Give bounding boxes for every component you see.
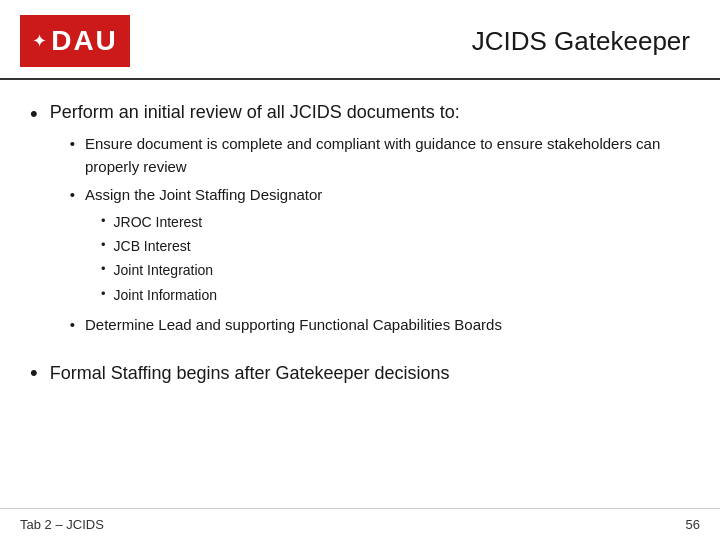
nested-bullet-2-text: JCB Interest	[114, 235, 191, 257]
logo-box: ✦ DAU	[20, 15, 130, 67]
logo-text: DAU	[51, 25, 118, 57]
footer-tab-label: Tab 2 – JCIDS	[20, 517, 104, 532]
logo-area: ✦ DAU	[20, 14, 140, 68]
sub-bullet-2-dot: •	[70, 184, 75, 207]
top-bullet-text: Perform an initial review of all JCIDS d…	[50, 100, 460, 122]
sub-bullet-1: • Ensure document is complete and compli…	[70, 133, 690, 178]
sub-bullet-2-text: Assign the Joint Staffing Designator	[85, 186, 322, 203]
footer-page-number: 56	[686, 517, 700, 532]
top-bullet-content: Perform an initial review of all JCIDS d…	[50, 100, 690, 343]
bottom-bullet-dot: •	[30, 359, 38, 388]
sub-bullet-2-content: Assign the Joint Staffing Designator • J…	[85, 184, 322, 308]
nested-bullet-2: • JCB Interest	[101, 235, 322, 257]
sub-bullet-1-dot: •	[70, 133, 75, 156]
footer: Tab 2 – JCIDS 56	[0, 508, 720, 540]
sub-bullet-2: • Assign the Joint Staffing Designator •…	[70, 184, 690, 308]
header: ✦ DAU JCIDS Gatekeeper	[0, 0, 720, 80]
nested-bullet-4-dot: •	[101, 284, 106, 305]
nested-bullet-4-text: Joint Information	[114, 284, 218, 306]
nested-bullet-1-text: JROC Interest	[114, 211, 203, 233]
sub-bullet-3-text: Determine Lead and supporting Functional…	[85, 314, 502, 337]
nested-bullet-2-dot: •	[101, 235, 106, 256]
nested-bullet-3-text: Joint Integration	[114, 259, 214, 281]
sub-bullet-3: • Determine Lead and supporting Function…	[70, 314, 690, 337]
nested-bullet-1: • JROC Interest	[101, 211, 322, 233]
nested-bullet-4: • Joint Information	[101, 284, 322, 306]
sub-bullet-3-dot: •	[70, 314, 75, 337]
top-bullet-dot: •	[30, 100, 38, 129]
nested-bullet-3-dot: •	[101, 259, 106, 280]
main-content: • Perform an initial review of all JCIDS…	[0, 80, 720, 409]
nested-bullet-3: • Joint Integration	[101, 259, 322, 281]
page-title: JCIDS Gatekeeper	[140, 26, 700, 57]
nested-bullets: • JROC Interest • JCB Interest • Joint I…	[101, 211, 322, 307]
sub-bullet-1-text: Ensure document is complete and complian…	[85, 133, 690, 178]
nested-bullet-1-dot: •	[101, 211, 106, 232]
top-bullet-item: • Perform an initial review of all JCIDS…	[30, 100, 690, 343]
sub-bullets: • Ensure document is complete and compli…	[70, 133, 690, 337]
bottom-bullet-item: • Formal Staffing begins after Gatekeepe…	[30, 359, 690, 388]
logo-star-icon: ✦	[32, 30, 47, 52]
bottom-bullet-text: Formal Staffing begins after Gatekeeper …	[50, 359, 450, 386]
